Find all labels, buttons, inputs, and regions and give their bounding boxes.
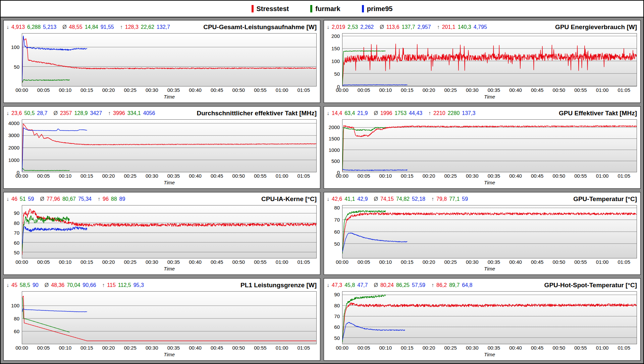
stat-max-prime95: 4056 — [143, 110, 155, 116]
y-tick-label: 70 — [14, 230, 19, 235]
chart-panel-cpu-ia-cores-temp: ↓465159Ø77,9680,6775,34↑968889 CPU-IA-Ke… — [3, 192, 320, 275]
time-axis-label: Time — [22, 265, 317, 272]
x-tick-label: 00:10 — [379, 173, 392, 178]
stat-min-stresstest: 4,913 — [11, 24, 25, 30]
stat-max-stresstest: 115 — [107, 282, 116, 288]
line-plot — [342, 119, 637, 173]
series-line-prime95 — [22, 226, 87, 244]
series-line-furmark — [342, 295, 385, 342]
stat-group-max: ↑128,322,62132,7 — [120, 24, 170, 30]
series-line-stresstest — [342, 303, 637, 341]
x-tick-label: 01:05 — [297, 259, 310, 264]
x-tick-label: 00:50 — [553, 259, 566, 264]
stat-group-max: ↑201,1140,34,795 — [437, 24, 487, 30]
series-line-prime95 — [22, 36, 87, 81]
stat-avg-prime95: 3427 — [90, 110, 102, 116]
y-tick-label: 70 — [334, 217, 340, 222]
y-tick-label: 80 — [14, 316, 19, 321]
stat-symbol-avg: Ø — [374, 110, 378, 116]
x-tick-label: 01:00 — [276, 259, 288, 264]
stat-avg-furmark: 128,9 — [74, 110, 88, 116]
time-axis-label: Time — [342, 351, 637, 358]
stat-symbol-avg: Ø — [40, 196, 44, 202]
stat-max-stresstest: 201,1 — [442, 24, 455, 30]
stat-avg-stresstest: 48,55 — [69, 24, 83, 30]
stat-min-furmark: 63,4 — [344, 110, 355, 116]
y-tick-label: 50 — [14, 250, 19, 255]
series-line-stresstest — [22, 209, 316, 255]
stat-min-prime95: 5,213 — [43, 24, 56, 30]
x-tick-label: 00:20 — [102, 259, 115, 264]
panel-header: ↓23,650,528,7Ø2357128,93427↑3996334,1405… — [6, 108, 317, 119]
panel-header: ↓47,345,847,7Ø80,2486,2557,59↑86,289,764… — [327, 280, 637, 291]
x-tick-label: 00:55 — [254, 87, 267, 93]
stat-group-avg: Ø77,9680,6775,34 — [40, 196, 92, 202]
series-stats: ↓47,345,847,7Ø80,2486,2557,59↑86,289,764… — [327, 282, 478, 288]
stat-min-furmark: 45,8 — [344, 282, 355, 288]
stat-avg-stresstest: 113,6 — [386, 24, 399, 30]
x-tick-label: 01:00 — [596, 345, 609, 350]
time-axis-label: Time — [342, 179, 637, 186]
stat-symbol-min: ↓ — [327, 282, 329, 288]
series-stats: ↓4558,590Ø48,3670,0490,66↑115112,595,3 — [6, 282, 150, 288]
line-plot — [342, 291, 637, 345]
y-tick-label: 60 — [14, 240, 19, 245]
line-plot — [342, 33, 637, 86]
stat-min-furmark: 50,5 — [24, 110, 35, 116]
x-tick-label: 01:00 — [276, 173, 288, 178]
stat-min-prime95: 2,262 — [360, 24, 374, 30]
plot-area — [22, 205, 317, 258]
x-tick-label: 00:35 — [167, 173, 180, 178]
time-axis-label: Time — [22, 351, 317, 358]
chart-title: GPU Effektiver Takt [MHz] — [559, 110, 637, 117]
stat-group-min: ↓4558,590 — [6, 282, 39, 288]
y-tick-label: 3000 — [8, 133, 19, 138]
stat-max-prime95: 4,795 — [474, 24, 487, 30]
x-tick-label: 00:45 — [211, 87, 223, 93]
chart-panel-cpu-avg-effective-clock: ↓23,650,528,7Ø2357128,93427↑3996334,1405… — [3, 106, 320, 189]
y-tick-label: 50 — [334, 71, 340, 76]
x-tick-label: 01:00 — [596, 173, 609, 178]
legend-item-stresstest: Stresstest — [252, 5, 289, 13]
x-tick-label: 00:50 — [232, 259, 245, 264]
y-tick-label: 60 — [334, 229, 340, 234]
stat-symbol-max: ↑ — [431, 196, 434, 202]
stat-group-min: ↓465159 — [6, 196, 34, 202]
plot-area — [342, 33, 637, 86]
stat-symbol-min: ↓ — [6, 24, 9, 30]
series-line-furmark — [22, 79, 70, 82]
stat-symbol-max: ↑ — [102, 282, 105, 288]
stat-avg-prime95: 2,957 — [418, 24, 431, 30]
stat-symbol-max: ↑ — [431, 282, 434, 288]
stat-min-stresstest: 14,4 — [332, 110, 342, 116]
chart-panel-pl1-power-limit: ↓4558,590Ø48,3670,0490,66↑115112,595,3 P… — [3, 278, 320, 361]
stat-group-avg: Ø1996175344,43 — [374, 110, 422, 116]
y-axis-labels: 0500100015002000 — [327, 119, 342, 173]
x-tick-label: 00:40 — [509, 345, 522, 350]
series-line-prime95 — [22, 309, 87, 312]
stat-max-furmark: 22,62 — [141, 24, 154, 30]
x-tick-label: 00:40 — [509, 259, 522, 264]
series-line-prime95 — [342, 322, 405, 340]
stat-group-max: ↑115112,595,3 — [102, 282, 144, 288]
x-tick-label: 00:20 — [423, 87, 435, 93]
stresstest-color-swatch — [252, 5, 254, 12]
x-tick-label: 00:15 — [401, 87, 414, 93]
y-tick-label: 2000 — [8, 145, 19, 150]
stat-max-furmark: 89,7 — [449, 282, 460, 288]
stat-max-prime95: 132,7 — [157, 24, 170, 30]
plot-area — [22, 291, 317, 345]
stat-symbol-min: ↓ — [327, 196, 329, 202]
stat-symbol-max: ↑ — [437, 24, 440, 30]
stat-avg-prime95: 52,18 — [412, 196, 425, 202]
x-tick-label: 00:40 — [189, 345, 202, 350]
stat-symbol-max: ↑ — [120, 24, 123, 30]
stat-avg-prime95: 90,66 — [83, 282, 96, 288]
x-tick-label: 01:05 — [297, 345, 310, 350]
stat-group-max: ↑3996334,14056 — [108, 110, 155, 116]
x-tick-label: 00:10 — [379, 87, 392, 93]
y-axis-labels: 5060708090 — [6, 205, 22, 258]
legend-item-furmark: furmark — [310, 5, 340, 13]
stat-max-stresstest: 128,3 — [125, 24, 139, 30]
line-plot — [22, 291, 317, 345]
